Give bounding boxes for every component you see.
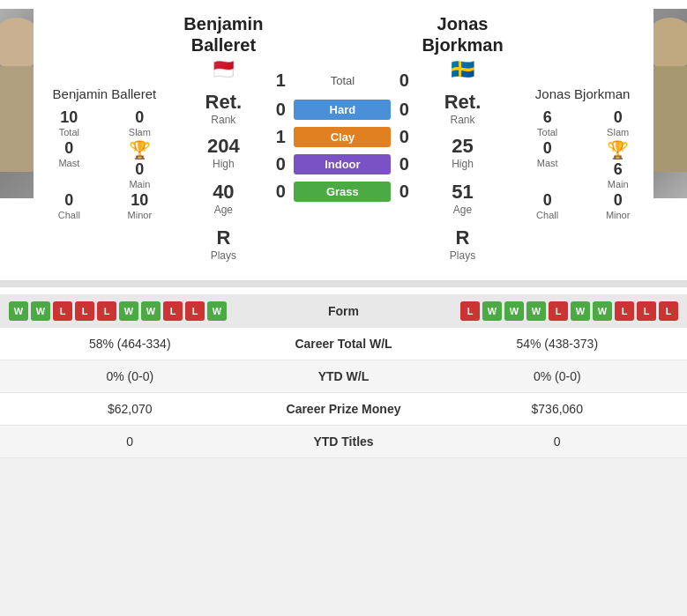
center-column: 1 Total 0 0 Hard 0 1 Clay 0 0 Indoor 0 0 [272,9,413,271]
right-form-badges: LWWWLWWLLL [460,301,678,321]
left-age-label: Age [213,204,234,216]
player-left-stats: Benjamin Balleret 10 Total 0 Slam 0 Mast… [34,35,175,271]
grass-right-score: 0 [395,182,413,202]
left-total-label: Total [59,127,79,137]
form-badge: L [163,301,183,321]
stats-row-left: $62,070 [4,402,256,416]
right-minor-value: 0 [614,191,623,210]
right-mast: 0 Mast [517,139,579,189]
left-minor: 10 Minor [108,191,170,220]
indoor-button[interactable]: Indoor [294,154,391,174]
right-age-label: Age [452,204,473,216]
right-chall-label: Chall [536,210,558,220]
right-high-value: 25 [452,135,474,158]
left-rank-block: Ret. Rank [205,91,243,126]
right-trophy-main: 🏆 6 Main [587,139,649,189]
left-trophy-main: 🏆 0 Main [108,139,170,189]
player-right-name: Jonas Bjorkman [535,86,631,101]
stats-row: 0% (0-0)YTD W/L0% (0-0) [0,360,687,393]
right-plays-block: R Plays [450,226,475,262]
stats-row: $62,070Career Prize Money$736,060 [0,393,687,426]
player-right-photo [653,9,687,198]
hard-right-score: 0 [395,100,413,120]
right-total: 6 Total [517,108,579,137]
left-stats-grid: 10 Total 0 Slam 0 Mast 🏆 0 Main 0 [38,108,170,220]
left-header-name: BenjaminBalleret [183,13,263,56]
grass-left-score: 0 [272,182,289,202]
left-form-badges: WWLLLWWLLW [9,301,227,321]
total-row: 1 Total 0 [272,71,413,91]
right-chall: 0 Chall [517,191,579,220]
left-high-value: 204 [207,135,240,158]
right-minor-label: Minor [606,210,631,220]
grass-row: 0 Grass 0 [272,182,413,202]
form-badge: W [526,301,546,321]
form-badge: L [185,301,205,321]
left-main-value: 0 [135,160,144,179]
form-badge: W [207,301,227,321]
right-slam-label: Slam [607,127,629,137]
left-mast: 0 Mast [38,139,100,189]
right-total-value: 6 [543,108,552,127]
stats-row-right: 54% (438-373) [432,337,683,351]
left-mast-label: Mast [58,158,79,168]
form-badge: W [571,301,590,321]
left-rank-value: Ret. [205,91,243,114]
stats-row-center: YTD Titles [256,434,432,449]
left-trophy-icon: 🏆 [129,139,151,160]
total-right-score: 0 [395,71,413,91]
stats-row-left: 58% (464-334) [4,337,256,351]
total-label: Total [331,74,355,87]
right-mast-label: Mast [537,158,558,168]
right-flag: 🇸🇪 [451,58,474,81]
form-badge: W [593,301,612,321]
left-rank-sub: Rank [205,114,243,126]
form-badge: L [549,301,568,321]
left-plays-value: R [211,226,236,249]
right-mast-value: 0 [543,139,552,158]
right-trophy-icon: 🏆 [607,139,629,160]
left-mast-value: 0 [64,139,73,158]
clay-button[interactable]: Clay [294,127,391,147]
right-chall-value: 0 [543,191,552,210]
stats-row-center: Career Prize Money [256,402,432,416]
left-middle-block: BenjaminBalleret 🇲🇨 Ret. Rank 204 High 4… [175,9,272,271]
form-badge: W [504,301,524,321]
left-chall-value: 0 [64,191,73,210]
right-plays-value: R [450,226,475,249]
left-slam: 0 Slam [108,108,170,137]
clay-right-score: 0 [395,127,413,147]
right-stats-grid: 6 Total 0 Slam 0 Mast 🏆 6 Main 0 [517,108,649,220]
hard-button[interactable]: Hard [294,100,391,120]
left-high-block: 204 High [207,135,240,170]
left-chall: 0 Chall [38,191,100,220]
left-age-block: 40 Age [213,181,234,216]
right-age-value: 51 [452,181,473,204]
stats-row-right: 0% (0-0) [432,369,683,383]
right-slam: 0 Slam [587,108,649,137]
player-left-name: Benjamin Balleret [53,86,157,101]
form-badge: L [53,301,72,321]
indoor-right-score: 0 [395,154,413,174]
stats-row-left: 0 [4,434,256,449]
clay-row: 1 Clay 0 [272,127,413,147]
form-badge: W [31,301,50,321]
right-high-label: High [452,158,474,170]
left-plays-label: Plays [211,249,236,262]
clay-left-score: 1 [272,127,289,147]
left-slam-value: 0 [135,108,144,127]
hard-row: 0 Hard 0 [272,100,413,120]
right-age-block: 51 Age [452,181,473,216]
left-minor-label: Minor [128,210,153,220]
comparison-section: Benjamin Balleret 10 Total 0 Slam 0 Mast… [0,0,687,280]
left-minor-value: 10 [131,191,148,210]
right-plays-label: Plays [450,249,475,262]
right-slam-value: 0 [614,108,623,127]
left-high-label: High [207,158,240,170]
left-flag: 🇲🇨 [212,58,235,81]
grass-button[interactable]: Grass [294,182,391,202]
stats-row-right: $736,060 [432,402,683,416]
stats-row-center: YTD W/L [256,369,432,383]
form-badge: L [615,301,634,321]
form-badge: L [97,301,116,321]
